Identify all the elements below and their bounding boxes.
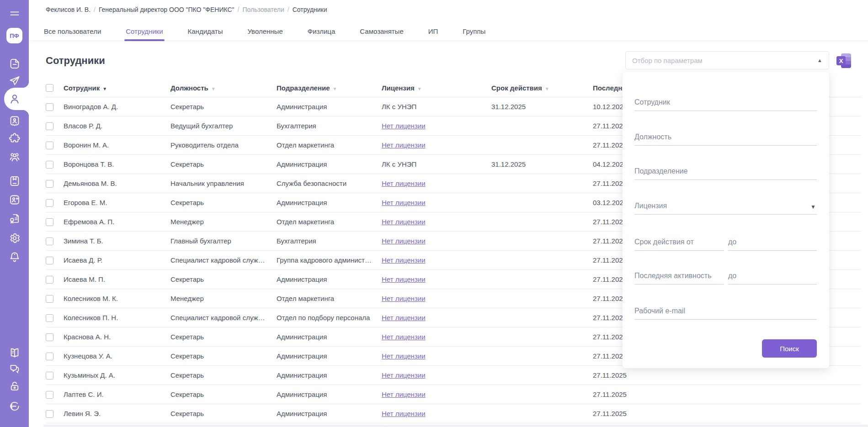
column-header-validity[interactable]: Срок действия▼ (491, 84, 593, 92)
column-header-position[interactable]: Должность▼ (170, 84, 277, 92)
user-icon[interactable] (8, 93, 21, 105)
filter-field-position[interactable]: Должность (634, 128, 817, 146)
license-link[interactable]: Нет лицензии (382, 352, 426, 360)
tab[interactable]: Все пользователи (44, 21, 101, 41)
search-button[interactable]: Поиск (762, 339, 817, 358)
menu-icon[interactable] (8, 7, 21, 20)
license-link[interactable]: Нет лицензии (382, 295, 426, 302)
breadcrumb-item[interactable]: Пользователи (242, 6, 284, 13)
column-header-department[interactable]: Подразделение▼ (277, 84, 382, 92)
column-header-employee[interactable]: Сотрудник▼ (64, 84, 170, 92)
unlock-icon[interactable] (8, 380, 21, 392)
row-checkbox[interactable] (46, 180, 53, 188)
filter-field-department[interactable]: Подразделение (634, 163, 817, 180)
filter-field-validity-to[interactable]: до (728, 233, 817, 251)
tab[interactable]: Сотрудники (126, 21, 163, 41)
bell-icon[interactable] (8, 251, 21, 263)
support-chat-icon[interactable] (8, 363, 21, 375)
sort-icon[interactable]: ▼ (417, 86, 422, 91)
select-all-checkbox[interactable] (46, 84, 53, 92)
row-checkbox[interactable] (46, 142, 53, 149)
row-checkbox[interactable] (46, 314, 53, 322)
field-placeholder: Лицензия (634, 202, 667, 210)
row-checkbox[interactable] (46, 391, 53, 399)
license-link[interactable]: Нет лицензии (382, 199, 426, 206)
breadcrumb: Феклисов И. В. / Генеральный директор ОО… (46, 6, 327, 13)
license-link[interactable]: Нет лицензии (382, 314, 426, 322)
employee-department: Администрация (277, 333, 382, 341)
license-link[interactable]: Нет лицензии (382, 122, 426, 130)
workspace-logo[interactable]: ПФ (6, 28, 22, 43)
document-icon[interactable] (8, 58, 21, 70)
employee-name: Ефремова А. П. (64, 218, 170, 226)
tab[interactable]: Самозанятые (360, 21, 403, 41)
license-link[interactable]: Нет лицензии (382, 410, 426, 417)
caret-up-icon[interactable]: ▲ (817, 58, 822, 63)
license-link[interactable]: Нет лицензии (382, 141, 426, 149)
tab-label: Уволенные (247, 27, 282, 35)
sort-icon[interactable]: ▼ (102, 86, 107, 91)
filter-field-last-activity-to[interactable]: до (728, 267, 817, 285)
excel-export-button[interactable]: X (835, 52, 852, 69)
employee-name: Егорова Е. М. (64, 199, 170, 206)
gear-icon[interactable] (8, 232, 21, 244)
field-placeholder: Последняя активность (634, 272, 711, 280)
row-checkbox[interactable] (46, 372, 53, 380)
license-link[interactable]: Нет лицензии (382, 275, 426, 283)
table-row[interactable]: Лаптев С. И. Секретарь Администрация Нет… (46, 385, 861, 404)
row-checkbox[interactable] (46, 295, 53, 303)
employee-position: Руководитель отдела (170, 141, 277, 149)
logout-icon[interactable] (8, 400, 21, 412)
tab-label: ИП (428, 27, 438, 35)
filter-field-work-email[interactable]: Рабочий e-mail (634, 302, 817, 320)
row-checkbox[interactable] (46, 199, 53, 207)
filter-field-employee[interactable]: Сотрудник (634, 94, 817, 111)
breadcrumb-item[interactable]: Феклисов И. В. (46, 6, 91, 13)
row-checkbox[interactable] (46, 276, 53, 284)
row-checkbox[interactable] (46, 161, 53, 169)
table-row[interactable]: Кузьминых Д. А. Секретарь Администрация … (46, 366, 861, 385)
certificate-icon[interactable] (8, 212, 21, 225)
caret-down-icon[interactable]: ▼ (810, 204, 816, 210)
breadcrumb-item[interactable]: Генеральный директор ООО "ПКО "ФЕНИКС" (99, 6, 234, 13)
row-checkbox[interactable] (46, 257, 53, 264)
tab[interactable]: Группы (463, 21, 485, 41)
row-checkbox[interactable] (46, 333, 53, 341)
row-checkbox[interactable] (46, 103, 53, 111)
open-book-icon[interactable] (8, 347, 21, 359)
license-link[interactable]: Нет лицензии (382, 256, 426, 264)
tab[interactable]: Физлица (308, 21, 335, 41)
sort-icon[interactable]: ▼ (211, 86, 216, 91)
sort-icon[interactable]: ▼ (545, 86, 549, 91)
paper-plane-icon[interactable] (8, 74, 21, 87)
employee-name: Колесников М. К. (64, 295, 170, 302)
filter-field-validity-from[interactable]: Срок действия от (634, 233, 724, 251)
tab[interactable]: Уволенные (247, 21, 282, 41)
license-link[interactable]: Нет лицензии (382, 333, 426, 341)
row-checkbox[interactable] (46, 218, 53, 226)
row-checkbox[interactable] (46, 410, 53, 418)
tab[interactable]: Кандидаты (188, 21, 223, 41)
column-header-license[interactable]: Лицензия▼ (382, 84, 491, 92)
filter-field-last-activity-from[interactable]: Последняя активность (634, 267, 724, 285)
license-link[interactable]: Нет лицензии (382, 218, 426, 226)
filter-field-license[interactable]: Лицензия ▼ (634, 197, 817, 215)
row-checkbox[interactable] (46, 237, 53, 245)
license-link[interactable]: Нет лицензии (382, 237, 426, 245)
tab[interactable]: ИП (428, 21, 438, 41)
license-link[interactable]: Нет лицензии (382, 390, 426, 398)
license-link[interactable]: Нет лицензии (382, 371, 426, 379)
book-bookmark-icon[interactable] (8, 175, 21, 187)
filter-combobox[interactable]: Отбор по параметрам ▲ (625, 51, 829, 69)
table-row[interactable]: Левин Я. Э. Секретарь Администрация Нет … (46, 404, 861, 423)
horizontal-scrollbar[interactable] (43, 425, 868, 427)
users-group-icon[interactable] (8, 151, 21, 163)
user-add-icon[interactable] (8, 194, 21, 206)
row-checkbox[interactable] (46, 122, 53, 130)
puzzle-icon[interactable] (8, 132, 21, 144)
employee-position: Секретарь (170, 275, 277, 283)
id-badge-icon[interactable] (8, 115, 21, 127)
license-link[interactable]: Нет лицензии (382, 179, 426, 187)
sort-icon[interactable]: ▼ (333, 86, 337, 91)
row-checkbox[interactable] (46, 353, 53, 360)
